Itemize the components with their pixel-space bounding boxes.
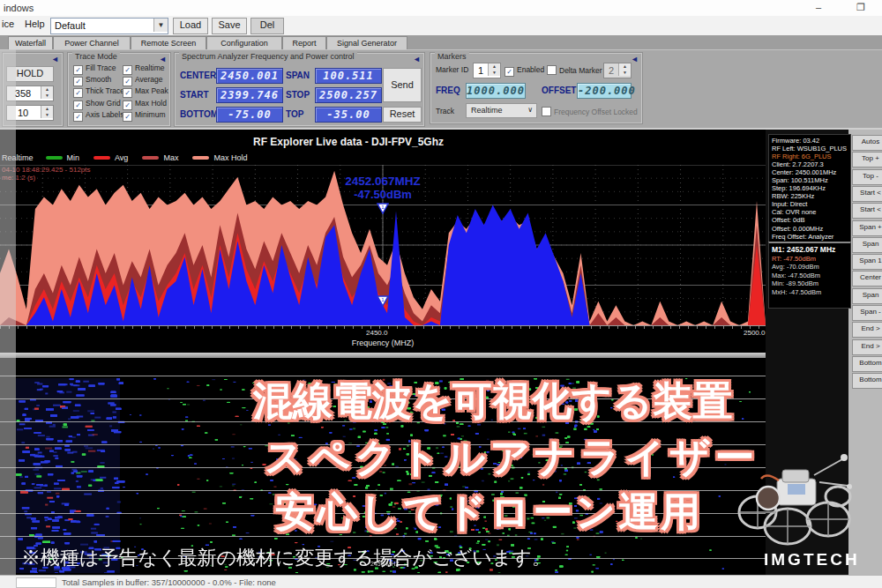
del-button[interactable]: Del — [250, 18, 284, 34]
tab-signal-generator[interactable]: Signal Generator — [326, 36, 407, 50]
marker1-info-line: Min: -89.50dBm — [772, 279, 850, 288]
track-dropdown[interactable]: Realtime ∨ — [466, 103, 537, 118]
device-info-line: RBW: 225KHz — [772, 192, 850, 200]
right-button-14[interactable]: Bottom — [852, 373, 882, 389]
x-tick-label: 2500.0 — [744, 329, 765, 337]
marker-triangle-icon[interactable]: 1 — [377, 295, 389, 307]
device-info-line: Input: Direct — [772, 200, 850, 208]
right-button-7[interactable]: Span 1 — [852, 254, 882, 270]
right-button-10[interactable]: Span - — [852, 305, 882, 321]
checkbox-icon[interactable]: ✓ — [123, 112, 132, 122]
device-info-line: Client: 2.7.2207.3 — [772, 160, 850, 168]
checkbox-icon[interactable]: ✓ — [123, 65, 132, 75]
spinner-arrows-icon[interactable]: ▲▼ — [488, 63, 500, 76]
right-button-4[interactable]: Start < — [852, 203, 882, 219]
legend-swatch — [46, 156, 63, 160]
checkbox-icon[interactable]: ✓ — [123, 77, 132, 86]
collapse-freq-icon[interactable]: ◄ — [413, 55, 421, 63]
right-button-13[interactable]: Bottom — [852, 356, 882, 372]
checkbox-icon[interactable]: ✓ — [73, 88, 83, 98]
collapse-trace-icon[interactable]: ◄ — [159, 55, 167, 63]
checkbox-icon[interactable]: ✓ — [73, 112, 83, 122]
enabled-checkbox[interactable]: ✓Enabled — [505, 65, 544, 75]
top-label: TOP — [286, 109, 303, 119]
trace-checkbox-axis-labels[interactable]: ✓Axis Labels — [73, 110, 124, 120]
preset-combo-value: Default — [55, 20, 86, 31]
trace-checkbox-thick-trace[interactable]: ✓Thick Trace — [73, 86, 124, 96]
checkbox-icon[interactable]: ✓ — [73, 100, 83, 110]
marker-freq-field[interactable]: 1000.000 — [466, 83, 526, 99]
right-button-2[interactable]: Top - — [852, 169, 882, 185]
right-button-5[interactable]: Span + — [852, 220, 882, 236]
checkbox-label: Axis Labels — [86, 110, 123, 119]
trace-checkbox-fill-trace[interactable]: ✓Fill Trace — [73, 63, 124, 73]
stop-field[interactable]: 2500.257 — [315, 87, 382, 103]
spinner-arrows-icon[interactable]: ▲▼ — [618, 63, 631, 76]
checkbox-icon[interactable]: ✓ — [123, 100, 132, 110]
menu-device[interactable]: ice — [2, 19, 14, 29]
restore-icon[interactable]: ❐ — [850, 2, 871, 14]
preset-combo[interactable]: Default ▼ — [50, 18, 168, 34]
top-field[interactable]: -35.00 — [315, 107, 382, 123]
collapse-markers-icon[interactable]: ◄ — [631, 55, 639, 63]
trace-checkbox-max-hold[interactable]: ✓Max Hold — [123, 99, 168, 108]
status-text: Total Samples in buffer: 357/10000000 - … — [62, 577, 276, 587]
right-button-1[interactable]: Top + — [852, 152, 882, 167]
chevron-down-icon[interactable]: ▼ — [153, 19, 168, 32]
save-button[interactable]: Save — [212, 18, 247, 34]
bottom-field[interactable]: -75.00 — [216, 107, 283, 123]
marker1-rt: RT: -47.50dBm — [772, 255, 850, 264]
marker-id-label: Marker ID — [436, 65, 468, 75]
checkbox-label: Minimum — [135, 110, 165, 119]
right-button-6[interactable]: Span — [852, 237, 882, 253]
marker-offset-field[interactable]: -200.000 — [577, 83, 632, 99]
checkbox-label: Average — [135, 75, 163, 84]
trace-checkbox-average[interactable]: ✓Average — [123, 75, 168, 85]
x-tick-label: 2450.0 — [366, 329, 387, 337]
device-info-line: Firmware: 03.42 — [772, 137, 850, 145]
right-button-9[interactable]: Span — [852, 288, 882, 304]
marker1-info-panel: M1: 2452.067 MHz RT: -47.50dBm Avg: -70.… — [768, 242, 851, 309]
chart-legend: RealtimeMinAvgMaxMax Hold — [2, 153, 249, 162]
send-button[interactable]: Send — [383, 68, 422, 102]
collapse-left-icon[interactable]: ◄ — [51, 55, 59, 63]
tab-remote-screen[interactable]: Remote Screen — [131, 36, 206, 50]
tab-configuration[interactable]: Configuration — [206, 36, 282, 50]
menu-help[interactable]: Help — [25, 19, 45, 29]
reset-button[interactable]: Reset — [383, 107, 422, 123]
load-button[interactable]: Load — [173, 18, 208, 34]
tab-report[interactable]: Report — [282, 36, 326, 50]
checkbox-icon[interactable]: ✓ — [73, 77, 83, 86]
span-field[interactable]: 100.511 — [315, 68, 382, 84]
trace-checkbox-realtime[interactable]: ✓Realtime — [123, 63, 168, 73]
marker-triangle-icon[interactable]: 1 — [377, 203, 389, 214]
start-label: START — [180, 90, 209, 100]
window-title: indows — [4, 3, 34, 13]
spinner-arrows-icon[interactable]: ▲▼ — [41, 86, 53, 99]
freq-offset-locked-checkbox[interactable]: Frequency Offset Locked — [542, 107, 638, 116]
marker-readout: 2452.067MHZ -47.50dBm — [325, 175, 441, 201]
left-scroll-strip[interactable] — [0, 49, 16, 575]
start-field[interactable]: 2399.746 — [216, 87, 283, 103]
marker-id-spinner[interactable]: 1 ▲▼ — [473, 63, 501, 78]
overlay-headline-1: 混線電波を可視化する装置 — [253, 375, 732, 428]
right-button-11[interactable]: End > — [852, 322, 882, 338]
right-button-8[interactable]: Center — [852, 271, 882, 287]
checkbox-icon[interactable]: ✓ — [73, 65, 83, 75]
delta-id-spinner[interactable]: 2 ▲▼ — [603, 63, 632, 78]
trace-checkbox-minimum[interactable]: ✓Minimum — [123, 110, 168, 120]
tab-power-channel[interactable]: Power Channel — [53, 36, 131, 50]
minimize-icon[interactable]: – — [808, 2, 829, 14]
right-button-0[interactable]: Autos — [852, 135, 882, 151]
center-field[interactable]: 2450.001 — [216, 68, 283, 84]
right-button-12[interactable]: End > — [852, 339, 882, 355]
checkbox-icon[interactable]: ✓ — [123, 88, 132, 98]
trace-checkbox-show-grid[interactable]: ✓Show Grid — [73, 99, 124, 108]
stop-label: STOP — [286, 90, 310, 100]
tab-waterfall[interactable]: Waterfall — [8, 36, 53, 50]
spinner-arrows-icon[interactable]: ▲▼ — [41, 106, 53, 118]
right-button-3[interactable]: Start < — [852, 186, 882, 202]
trace-checkbox-smooth[interactable]: ✓Smooth — [73, 75, 124, 85]
trace-checkbox-max-peak[interactable]: ✓Max Peak — [123, 86, 168, 96]
delta-marker-checkbox[interactable]: Delta Marker — [547, 65, 602, 75]
